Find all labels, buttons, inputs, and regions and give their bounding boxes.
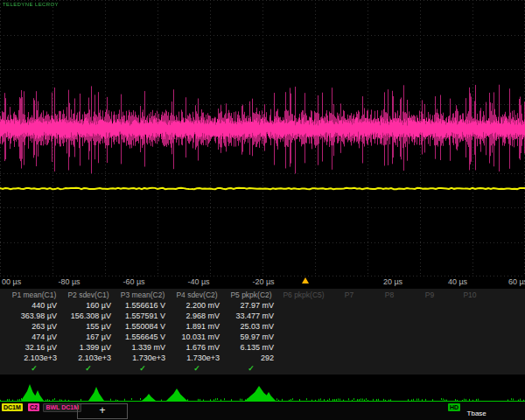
measure-header[interactable]: P2 sdev(C1) [61,290,116,300]
measure-status-icon: ✓ [7,363,61,374]
measure-column-p2: P2 sdev(C1) 160 µV 156.308 µV 155 µV 167… [61,290,116,374]
measure-header[interactable]: P1 mean(C1) [7,290,61,300]
measure-header[interactable]: P8 [369,290,410,300]
measure-header[interactable]: P6 pkpk(C5) [278,290,329,300]
measure-mean: 156.308 µV [61,311,116,321]
measure-min: 1.891 mV [170,321,224,332]
time-axis: 00 µs -80 µs -60 µs -40 µs -20 µs 20 µs … [0,277,525,289]
measure-header[interactable]: P7 [329,290,369,300]
measure-column-p6: P6 pkpk(C5) [278,290,329,374]
time-tick: -40 µs [187,277,209,286]
measure-header[interactable]: P5 pkpk(C2) [224,290,278,300]
waveform-display[interactable] [0,0,525,276]
measure-sdev: 6.135 mV [224,342,278,353]
measure-sdev: 32.16 µV [7,342,61,353]
time-tick: -80 µs [58,277,80,286]
measure-header[interactable]: P10 [450,290,490,300]
measure-mean: 363.98 µV [7,311,61,321]
measure-mean: 1.557591 V [116,311,170,321]
channel-c2-descriptor[interactable]: C2 BWL DC1M 10.0 mV [28,403,81,420]
measure-mean: 33.477 mV [224,311,278,321]
c2-coupling-badge[interactable]: BWL DC1M [43,403,81,412]
time-tick: -60 µs [122,277,144,286]
measure-min: 1.550084 V [116,321,170,332]
measure-value: 27.97 mV [224,300,278,311]
measure-value: 1.556616 V [116,300,170,311]
measure-num: 2.103e+3 [61,353,116,363]
measure-min: 155 µV [61,321,116,332]
measure-column-p8: P8 [369,290,410,374]
c1-coupling-badge[interactable]: DC1M [2,403,23,411]
measure-value: 2.200 mV [170,300,224,311]
brand-logo: TELEDYNE LECROY [3,2,59,7]
timebase-descriptor[interactable]: HD Tbase 13 Bits 20.0 µs/div [448,403,508,420]
measure-num: 2.103e+3 [7,353,61,363]
measure-header[interactable]: P3 mean(C2) [116,290,170,300]
measure-status-icon: ✓ [61,363,116,374]
measure-max: 1.556645 V [116,332,170,342]
measure-column-p3: P3 mean(C2) 1.556616 V 1.557591 V 1.5500… [116,290,170,374]
measure-max: 59.97 mV [224,332,278,342]
status-bar: DC1M 10.0 mV C2 BWL DC1M 10.0 mV + HD Tb… [0,402,525,420]
measure-status-icon: ✓ [224,363,278,374]
crosshair-cursor[interactable]: + [99,404,105,416]
measure-sdev: 1.399 µV [61,342,116,353]
measure-column-p9: P9 [410,290,450,374]
measure-status-icon: ✓ [170,363,224,374]
measure-column-p1: P1 mean(C1) 440 µV 363.98 µV 263 µV 474 … [7,290,61,374]
measure-column-p7: P7 [329,290,369,374]
measure-min: 25.03 mV [224,321,278,332]
measure-sdev: 1.676 mV [170,342,224,353]
hd-badge: HD [448,403,460,411]
measure-max: 10.031 mV [170,332,224,342]
measure-num: 292 [224,353,278,363]
trigger-marker[interactable] [302,277,309,284]
time-tick: 60 µs [508,277,525,286]
measure-value: 160 µV [61,300,116,311]
c2-label-badge[interactable]: C2 [28,403,39,411]
measurement-table: P1 mean(C1) 440 µV 363.98 µV 263 µV 474 … [0,289,525,374]
time-tick: 40 µs [448,277,467,286]
time-tick: 00 µs [2,277,21,286]
measure-column-p10: P10 [450,290,490,374]
time-tick: 20 µs [383,277,402,286]
measure-column-p4: P4 sdev(C2) 2.200 mV 2.968 mV 1.891 mV 1… [170,290,224,374]
measure-mean: 2.968 mV [170,311,224,321]
time-tick: -20 µs [252,277,274,286]
measure-header[interactable]: P9 [410,290,450,300]
measure-max: 167 µV [61,332,116,342]
measure-column-p5: P5 pkpk(C2) 27.97 mV 33.477 mV 25.03 mV … [224,290,278,374]
cursor-box[interactable]: + [77,403,128,419]
measure-header[interactable]: P4 sdev(C2) [170,290,224,300]
tbase-label: Tbase [467,410,486,417]
measure-min: 263 µV [7,321,61,332]
measure-value: 440 µV [7,300,61,311]
measure-num: 1.730e+3 [116,353,170,363]
measure-sdev: 1.339 mV [116,342,170,353]
measure-max: 474 µV [7,332,61,342]
histicon-strip [0,374,525,402]
oscilloscope-screen: TELEDYNE LECROY 00 µs -80 µs -60 µs -40 … [0,0,525,420]
channel-c1-descriptor[interactable]: DC1M 10.0 mV [2,403,28,420]
measure-status-icon: ✓ [116,363,170,374]
measure-num: 1.730e+3 [170,353,224,363]
